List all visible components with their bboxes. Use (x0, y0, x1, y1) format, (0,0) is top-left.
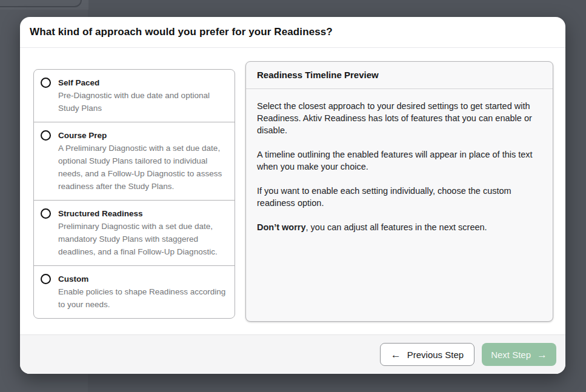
option-label: Self Paced (58, 76, 227, 89)
arrow-left-icon: ← (391, 350, 401, 360)
option-label: Course Prep (58, 129, 227, 142)
preview-panel-title: Readiness Timeline Preview (257, 70, 379, 80)
previous-step-button[interactable]: ← Previous Step (380, 343, 474, 366)
approach-option-course-prep[interactable]: Course Prep A Preliminary Diagnostic wit… (34, 122, 235, 201)
radio-icon[interactable] (41, 274, 51, 284)
preview-panel-body: Select the closest approach to your desi… (246, 89, 553, 256)
option-text: Structured Readiness Preliminary Diagnos… (58, 207, 227, 258)
preview-paragraph: A timeline outlining the enabled feature… (257, 148, 542, 173)
preview-paragraph: Select the closest approach to your desi… (257, 100, 542, 136)
approach-option-structured-readiness[interactable]: Structured Readiness Preliminary Diagnos… (34, 201, 235, 266)
next-step-label: Next Step (491, 350, 531, 360)
preview-paragraph: If you want to enable each setting indiv… (257, 185, 542, 209)
modal-body: Self Paced Pre-Diagnostic with due date … (20, 48, 565, 334)
modal-footer: ← Previous Step Next Step → (20, 334, 565, 374)
final-note-rest: , you can adjust all features in the nex… (306, 222, 487, 232)
radio-icon[interactable] (41, 208, 51, 219)
option-text: Course Prep A Preliminary Diagnostic wit… (58, 129, 227, 193)
readiness-approach-modal: What kind of approach would you prefer f… (20, 17, 565, 374)
option-description: A Preliminary Diagnostic with a set due … (58, 142, 227, 193)
preview-final-note: Don’t worry, you can adjust all features… (257, 221, 542, 233)
next-step-button[interactable]: Next Step → (482, 343, 556, 366)
option-description: Enable policies to shape Readiness accor… (58, 285, 227, 311)
arrow-right-icon: → (537, 350, 547, 360)
modal-header: What kind of approach would you prefer f… (20, 17, 565, 48)
preview-panel-header: Readiness Timeline Preview (246, 62, 553, 89)
previous-step-label: Previous Step (407, 350, 464, 360)
approach-options-list: Self Paced Pre-Diagnostic with due date … (33, 69, 235, 319)
option-description: Pre-Diagnostic with due date and optiona… (58, 89, 227, 115)
radio-icon[interactable] (41, 130, 51, 141)
readiness-timeline-preview-panel: Readiness Timeline Preview Select the cl… (245, 61, 553, 322)
background-card-remnant (0, 0, 82, 7)
radio-icon[interactable] (41, 78, 51, 88)
option-text: Self Paced Pre-Diagnostic with due date … (58, 76, 227, 115)
modal-title: What kind of approach would you prefer f… (30, 26, 333, 38)
approach-option-self-paced[interactable]: Self Paced Pre-Diagnostic with due date … (34, 70, 235, 122)
option-label: Structured Readiness (58, 207, 227, 220)
option-text: Custom Enable policies to shape Readines… (58, 273, 227, 311)
approach-option-custom[interactable]: Custom Enable policies to shape Readines… (34, 266, 235, 318)
final-note-bold: Don’t worry (257, 222, 306, 232)
option-description: Preliminary Diagnostic with a set due da… (58, 220, 227, 258)
option-label: Custom (58, 273, 227, 285)
